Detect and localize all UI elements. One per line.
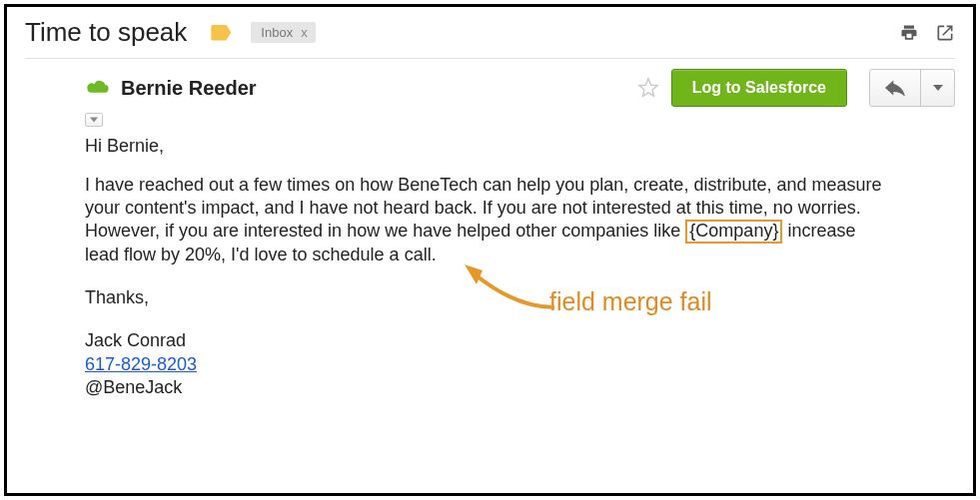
signature-block: Jack Conrad 617-829-8203 @BeneJack: [85, 329, 884, 400]
email-header: Time to speak Inbox x: [25, 17, 955, 59]
signature-name: Jack Conrad: [85, 329, 884, 353]
signature-handle: @BeneJack: [85, 376, 884, 400]
message-area: Bernie Reeder Log to Salesforce Hi Berni…: [25, 69, 955, 400]
star-icon[interactable]: [637, 76, 661, 100]
main-paragraph: I have reached out a few times on how Be…: [85, 174, 884, 266]
signature-phone-link[interactable]: 617-829-8203: [85, 354, 197, 374]
sender-name: Bernie Reeder: [121, 77, 257, 100]
reply-button[interactable]: [869, 69, 921, 107]
log-to-salesforce-button[interactable]: Log to Salesforce: [671, 69, 847, 107]
sender-row: Bernie Reeder Log to Salesforce: [85, 69, 955, 107]
inbox-label-text: Inbox: [261, 25, 293, 40]
remove-label-icon[interactable]: x: [301, 25, 308, 40]
email-window: Time to speak Inbox x Bernie Reeder Log …: [4, 4, 976, 496]
folder-label-icon[interactable]: [211, 25, 231, 41]
svg-marker-0: [639, 79, 657, 96]
email-subject: Time to speak: [25, 17, 187, 48]
inbox-label-chip[interactable]: Inbox x: [251, 22, 315, 43]
sender-presence-icon: [85, 79, 111, 97]
greeting-line: Hi Bernie,: [85, 135, 884, 158]
show-details-toggle[interactable]: [85, 113, 103, 127]
print-icon[interactable]: [899, 23, 919, 43]
thanks-line: Thanks,: [85, 286, 884, 309]
more-actions-button[interactable]: [921, 69, 955, 107]
merge-field-token: {Company}: [685, 220, 782, 244]
email-body: Hi Bernie, I have reached out a few time…: [85, 135, 884, 400]
reply-button-group: [869, 69, 955, 107]
open-new-window-icon[interactable]: [935, 23, 955, 43]
